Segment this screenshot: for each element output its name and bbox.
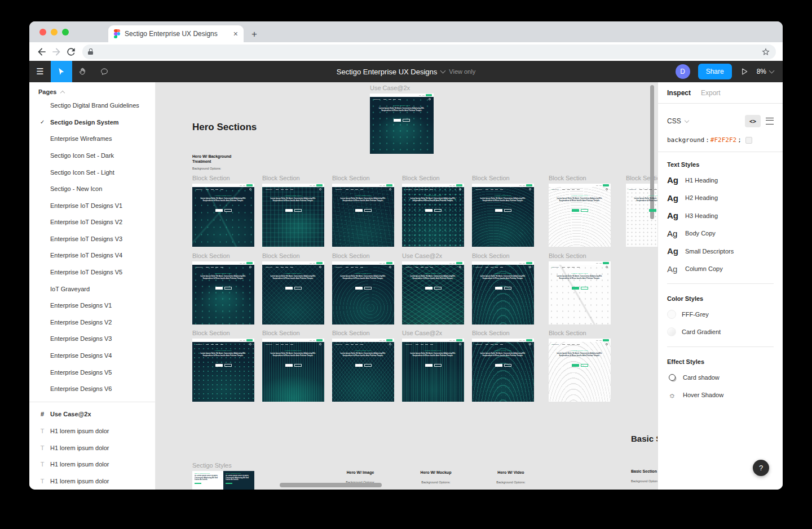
- frame-label[interactable]: Block Section: [549, 175, 611, 181]
- layer-item[interactable]: T H1 lorem ipsum dolor: [29, 473, 155, 490]
- hero-thumbnail[interactable]: SECTIGO LOREM IPSUM TITLE Lorem Ipsum Do…: [402, 184, 464, 247]
- sidebar-page-item[interactable]: ✓ Enterprise Designs V4: [29, 347, 155, 364]
- canvas-frame[interactable]: Block Section SECTIGO LOREM IPSUM TITLE …: [192, 252, 254, 324]
- sidebar-page-item[interactable]: ✓ Enterprise Wireframes: [29, 131, 155, 148]
- canvas-frame[interactable]: Use Case@2x SECTIGO LOREM IPSUM TITLE Lo…: [402, 252, 464, 324]
- sidebar-page-item[interactable]: ✓ Enterprise IoT Designs V4: [29, 247, 155, 264]
- minimize-window-button[interactable]: [51, 29, 58, 35]
- sidebar-page-item[interactable]: ✓ Sectigo Design System: [29, 114, 155, 131]
- color-style-row[interactable]: Card Gradient: [667, 323, 774, 341]
- hero-thumbnail[interactable]: SECTIGO LOREM IPSUM TITLE Lorem Ipsum Do…: [332, 184, 394, 247]
- frame-label[interactable]: Block Section: [472, 175, 534, 181]
- canvas-frame[interactable]: Block Section SECTIGO LOREM IPSUM TITLE …: [549, 252, 611, 324]
- zoom-control[interactable]: 8%: [757, 68, 774, 75]
- hero-thumbnail[interactable]: SECTIGO LOREM IPSUM TITLE Lorem Ipsum Do…: [262, 339, 324, 402]
- file-title[interactable]: Sectigo Enterprise UX Designs: [337, 68, 437, 76]
- hero-thumbnail[interactable]: SECTIGO LOREM IPSUM TITLE Lorem Ipsum Do…: [262, 184, 324, 247]
- pages-header[interactable]: Pages: [29, 82, 155, 97]
- tab-inspect[interactable]: Inspect: [667, 89, 691, 97]
- table-view-icon[interactable]: [766, 118, 774, 125]
- browser-tab[interactable]: Sectigo Enterprise UX Designs ×: [108, 25, 244, 42]
- hero-thumbnail[interactable]: SECTIGO LOREM IPSUM TITLE Lorem Ipsum Do…: [472, 261, 534, 324]
- layer-item[interactable]: # Use Case@2x: [29, 406, 155, 423]
- sectigo-styles-thumbnail[interactable]: SMALL DESCRIPTOR H1 Lorem Ipsum Dolor Si…: [192, 471, 254, 490]
- hero-thumbnail[interactable]: SECTIGO LOREM IPSUM TITLE Lorem Ipsum Do…: [332, 339, 394, 402]
- sidebar-page-item[interactable]: ✓ Enterprise IoT Designs V1: [29, 197, 155, 214]
- canvas[interactable]: Use Case@2x SECTIGO LOREM IPSUM T: [156, 82, 657, 490]
- hero-thumbnail[interactable]: SECTIGO LOREM IPSUM TITLE Lorem Ipsum Do…: [549, 184, 611, 247]
- canvas-frame[interactable]: Block Section SECTIGO LOREM IPSUM TITLE …: [549, 175, 611, 247]
- frame-label[interactable]: Block Section: [402, 175, 464, 181]
- sidebar-page-item[interactable]: ✓ Enterprise Designs V2: [29, 314, 155, 331]
- tab-close-icon[interactable]: ×: [233, 30, 238, 38]
- text-style-row[interactable]: Ag Column Copy: [667, 260, 774, 278]
- back-icon[interactable]: [36, 46, 47, 57]
- canvas-frame[interactable]: Block Section SECTIGO LOREM IPSUM TITLE …: [332, 330, 394, 402]
- hero-thumbnail[interactable]: SECTIGO LOREM IPSUM TITLE Lorem Ipsum Do…: [402, 339, 464, 402]
- hero-thumbnail[interactable]: SECTIGO LOREM IPSUM TITLE Lorem Ipsum Do…: [332, 261, 394, 324]
- hand-tool-button[interactable]: [72, 61, 94, 82]
- canvas-frame[interactable]: Block Section SECTIGO LOREM IPSUM TITLE …: [332, 252, 394, 324]
- sidebar-page-item[interactable]: ✓ Enterprise Designs V3: [29, 331, 155, 348]
- canvas-frame[interactable]: Block Section SECTIGO LOREM IPSUM TITLE …: [549, 330, 611, 402]
- text-style-row[interactable]: Ag H1 Heading: [667, 171, 774, 189]
- sidebar-page-item[interactable]: ✓ Enterprise IoT Designs V3: [29, 230, 155, 247]
- text-style-row[interactable]: Ag Body Copy: [667, 225, 774, 243]
- sidebar-page-item[interactable]: ✓ Enterprise IoT Designs V5: [29, 264, 155, 281]
- layer-item[interactable]: T H1 lorem ipsum dolor: [29, 456, 155, 473]
- sidebar-page-item[interactable]: ✓ Sectigo Icon Set - Light: [29, 164, 155, 181]
- frame-label[interactable]: Block Section: [262, 175, 324, 181]
- canvas-frame[interactable]: Use Case@2x SECTIGO LOREM IPSUM TITLE Lo…: [402, 330, 464, 402]
- sidebar-page-item[interactable]: ✓ Enterprise IoT Designs V2: [29, 214, 155, 230]
- present-button[interactable]: [740, 67, 749, 76]
- reload-icon[interactable]: [65, 46, 77, 57]
- css-label[interactable]: CSS: [667, 117, 681, 125]
- frame-label[interactable]: Block Section: [192, 252, 254, 259]
- hero-thumbnail[interactable]: SECTIGO LOREM IPSUM TITLE Lorem Ipsum Do…: [402, 261, 464, 324]
- canvas-frame[interactable]: Block Section SECTIGO LOREM IPSUM TITLE …: [192, 175, 254, 247]
- text-style-row[interactable]: Ag H2 Heading: [667, 189, 774, 207]
- help-button[interactable]: ?: [753, 460, 769, 476]
- frame-label[interactable]: Block Section: [472, 252, 534, 259]
- url-field[interactable]: [82, 45, 776, 59]
- frame-label[interactable]: Block Section: [262, 330, 324, 336]
- canvas-frame[interactable]: Block Section SECTIGO LOREM IPSUM TITLE …: [262, 175, 324, 247]
- frame-label[interactable]: Block Section: [262, 252, 324, 259]
- hero-thumbnail[interactable]: SECTIGO LOREM IPSUM TITLE Lorem Ipsum Do…: [472, 184, 534, 247]
- code-view-button[interactable]: <>: [745, 115, 761, 127]
- chevron-down-icon[interactable]: [440, 68, 446, 74]
- frame-label[interactable]: Use Case@2x: [402, 252, 464, 259]
- frame-label[interactable]: Block Section: [472, 330, 534, 336]
- close-window-button[interactable]: [39, 29, 46, 35]
- text-style-row[interactable]: Ag Small Descriptors: [667, 242, 774, 260]
- effect-style-row[interactable]: Card shadow: [667, 368, 774, 386]
- canvas-frame[interactable]: Block Section SECTIGO LOREM IPSUM TITLE …: [262, 252, 324, 324]
- sidebar-page-item[interactable]: ✓ IoT Graveyard: [29, 281, 155, 297]
- sidebar-page-item[interactable]: ✓ Enterprise Designs V1: [29, 297, 155, 314]
- move-tool-button[interactable]: [51, 61, 72, 82]
- new-tab-button[interactable]: +: [251, 29, 257, 39]
- sidebar-page-item[interactable]: ✓ Enterprise Designs V5: [29, 364, 155, 381]
- frame-label[interactable]: Block Section: [332, 330, 394, 336]
- color-swatch[interactable]: [745, 137, 752, 144]
- forward-icon[interactable]: [51, 46, 62, 57]
- frame-label[interactable]: Use Case@2x: [370, 85, 434, 91]
- sidebar-page-item[interactable]: ✓ Sectigo Icon Set - Dark: [29, 147, 155, 164]
- avatar[interactable]: D: [676, 64, 690, 79]
- hero-thumbnail[interactable]: SECTIGO LOREM IPSUM TITLE Lorem Ipsum Do…: [370, 94, 434, 154]
- sectigo-styles-label[interactable]: Sectigo Styles: [192, 462, 232, 469]
- maximize-window-button[interactable]: [62, 29, 69, 35]
- frame-label[interactable]: Block Section: [332, 175, 394, 181]
- horizontal-scrollbar[interactable]: [280, 483, 382, 487]
- canvas-frame[interactable]: Use Case@2x SECTIGO LOREM IPSUM T: [370, 85, 434, 154]
- canvas-frame[interactable]: Block Section SECTIGO LOREM IPSUM TITLE …: [332, 175, 394, 247]
- sidebar-page-item[interactable]: ✓ Sectigo - New Icon: [29, 180, 155, 197]
- sidebar-page-item[interactable]: ✓ Enterprise Designs V6: [29, 380, 155, 397]
- hero-thumbnail[interactable]: SECTIGO LOREM IPSUM TITLE Lorem Ipsum Do…: [549, 339, 611, 402]
- chevron-down-icon[interactable]: [684, 118, 689, 123]
- canvas-frame[interactable]: Block Section SECTIGO LOREM IPSUM TITLE …: [472, 330, 534, 402]
- comment-tool-button[interactable]: [94, 61, 115, 82]
- frame-label[interactable]: Use Case@2x: [402, 330, 464, 336]
- hero-thumbnail[interactable]: SECTIGO LOREM IPSUM TITLE Lorem Ipsum Do…: [262, 261, 324, 324]
- effect-style-row[interactable]: ☼ Hover Shadow: [667, 386, 774, 404]
